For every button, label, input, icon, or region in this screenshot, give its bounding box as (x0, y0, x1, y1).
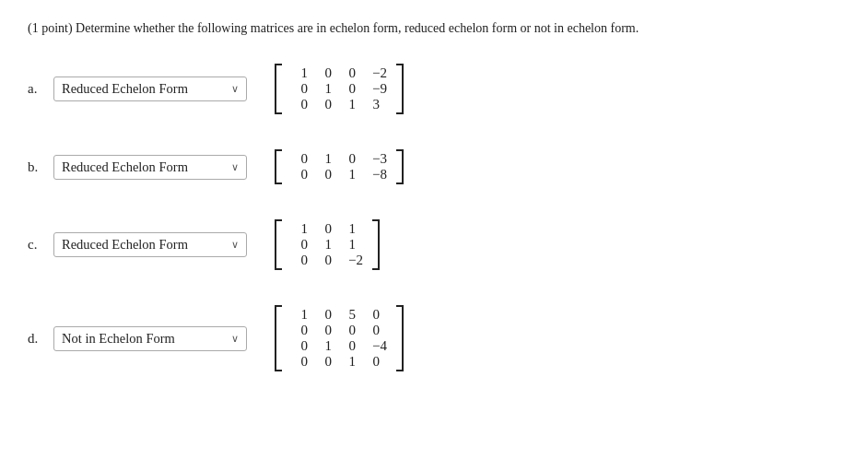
matrix-cell-3-0-2: 5 (335, 307, 359, 323)
matrix-row-0-1: 010−9 (287, 81, 391, 97)
matrix-cell-1-0-2: 0 (335, 151, 359, 167)
matrix-row-3-2: 010−4 (287, 338, 391, 354)
matrix-cell-1-0-1: 1 (311, 151, 335, 167)
matrix-cell-0-1-0: 0 (287, 81, 311, 97)
dropdown-text-0: Reduced Echelon Form (62, 81, 226, 97)
problem-label-3: d. (28, 331, 53, 347)
dropdown-text-1: Reduced Echelon Form (62, 159, 226, 175)
matrix-cell-2-1-0: 0 (287, 237, 311, 253)
problem-label-2: c. (28, 237, 53, 253)
matrix-rows-2: 10101100−2 (284, 219, 370, 270)
matrix-cell-3-2-0: 0 (287, 338, 311, 354)
dropdown-3[interactable]: Not in Echelon Form∨ (53, 326, 247, 351)
matrix-cell-0-0-2: 0 (335, 65, 359, 81)
matrix-cell-1-1-0: 0 (287, 167, 311, 183)
matrix-cell-3-3-1: 0 (311, 354, 335, 370)
matrix-rows-3: 10500000010−40010 (284, 305, 394, 371)
matrix-cell-2-0-0: 1 (287, 221, 311, 237)
matrix-cell-0-0-0: 1 (287, 65, 311, 81)
matrix-cell-0-2-3: 3 (359, 97, 383, 112)
matrix-cell-2-2-2: −2 (335, 253, 367, 268)
bracket-left-3 (275, 305, 282, 371)
matrix-3: 10500000010−40010 (275, 305, 404, 371)
matrix-rows-0: 100−2010−90013 (284, 64, 394, 114)
matrix-cell-2-2-0: 0 (287, 253, 311, 268)
bracket-right-2 (372, 219, 380, 270)
matrix-cell-3-3-3: 0 (359, 354, 383, 370)
bracket-right-1 (396, 149, 404, 184)
matrix-row-3-0: 1050 (287, 307, 391, 323)
matrix-row-2-0: 101 (287, 221, 367, 237)
instruction-text: (1 point) Determine whether the followin… (28, 18, 840, 38)
matrix-cell-3-1-0: 0 (287, 323, 311, 338)
matrix-1: 010−3001−8 (275, 149, 404, 184)
matrix-cell-0-0-1: 0 (311, 65, 335, 81)
matrix-2: 10101100−2 (275, 219, 380, 270)
matrix-cell-1-0-0: 0 (287, 151, 311, 167)
bracket-left-1 (275, 149, 282, 184)
matrix-cell-2-1-2: 1 (335, 237, 359, 253)
matrix-cell-2-0-1: 0 (311, 221, 335, 237)
matrix-cell-2-0-2: 1 (335, 221, 359, 237)
matrix-cell-3-3-2: 1 (335, 354, 359, 370)
matrix-cell-1-0-3: −3 (359, 151, 391, 167)
matrix-cell-0-0-3: −2 (359, 65, 391, 81)
matrix-cell-0-2-1: 0 (311, 97, 335, 112)
problem-item-b: b.Reduced Echelon Form∨010−3001−8 (28, 149, 840, 184)
matrix-cell-3-3-0: 0 (287, 354, 311, 370)
matrix-cell-1-1-1: 0 (311, 167, 335, 183)
dropdown-0[interactable]: Reduced Echelon Form∨ (53, 77, 247, 101)
matrix-cell-0-1-1: 1 (311, 81, 335, 97)
matrix-cell-0-2-2: 1 (335, 97, 359, 112)
matrix-cell-3-0-0: 1 (287, 307, 311, 323)
bracket-left-0 (275, 64, 282, 114)
dropdown-wrapper-2: Reduced Echelon Form∨ (53, 232, 247, 257)
dropdown-1[interactable]: Reduced Echelon Form∨ (53, 155, 247, 180)
matrix-row-1-1: 001−8 (287, 167, 391, 183)
matrix-cell-3-1-1: 0 (311, 323, 335, 338)
matrix-row-2-2: 00−2 (287, 253, 367, 268)
problem-label-0: a. (28, 81, 53, 97)
matrix-cell-0-1-3: −9 (359, 81, 391, 97)
dropdown-wrapper-0: Reduced Echelon Form∨ (53, 77, 247, 101)
matrix-cell-3-0-1: 0 (311, 307, 335, 323)
matrix-cell-3-1-3: 0 (359, 323, 383, 338)
matrix-row-0-0: 100−2 (287, 65, 391, 81)
dropdown-wrapper-3: Not in Echelon Form∨ (53, 326, 247, 351)
dropdown-text-3: Not in Echelon Form (62, 331, 226, 347)
problem-item-a: a.Reduced Echelon Form∨100−2010−90013 (28, 64, 840, 114)
problem-label-1: b. (28, 159, 53, 175)
matrix-row-1-0: 010−3 (287, 151, 391, 167)
problem-item-d: d.Not in Echelon Form∨10500000010−40010 (28, 305, 840, 371)
dropdown-text-2: Reduced Echelon Form (62, 237, 226, 253)
matrix-cell-2-1-1: 1 (311, 237, 335, 253)
matrix-row-3-3: 0010 (287, 354, 391, 370)
chevron-down-icon-1: ∨ (231, 161, 239, 173)
matrix-cell-2-2-1: 0 (311, 253, 335, 268)
matrix-cell-3-1-2: 0 (335, 323, 359, 338)
matrix-cell-3-2-3: −4 (359, 338, 391, 354)
matrix-cell-0-2-0: 0 (287, 97, 311, 112)
matrix-cell-3-0-3: 0 (359, 307, 383, 323)
matrix-cell-3-2-1: 1 (311, 338, 335, 354)
matrix-row-3-1: 0000 (287, 323, 391, 338)
dropdown-2[interactable]: Reduced Echelon Form∨ (53, 232, 247, 257)
bracket-right-0 (396, 64, 404, 114)
bracket-left-2 (275, 219, 282, 270)
matrix-cell-3-2-2: 0 (335, 338, 359, 354)
problem-item-c: c.Reduced Echelon Form∨10101100−2 (28, 219, 840, 270)
chevron-down-icon-0: ∨ (231, 83, 239, 95)
matrix-row-2-1: 011 (287, 237, 367, 253)
matrix-row-0-2: 0013 (287, 97, 391, 112)
matrix-cell-0-1-2: 0 (335, 81, 359, 97)
problem-list: a.Reduced Echelon Form∨100−2010−90013b.R… (28, 64, 840, 371)
matrix-rows-1: 010−3001−8 (284, 149, 394, 184)
chevron-down-icon-3: ∨ (231, 333, 239, 345)
dropdown-wrapper-1: Reduced Echelon Form∨ (53, 155, 247, 180)
chevron-down-icon-2: ∨ (231, 239, 239, 251)
matrix-cell-1-1-3: −8 (359, 167, 391, 183)
matrix-0: 100−2010−90013 (275, 64, 404, 114)
matrix-cell-1-1-2: 1 (335, 167, 359, 183)
bracket-right-3 (396, 305, 404, 371)
